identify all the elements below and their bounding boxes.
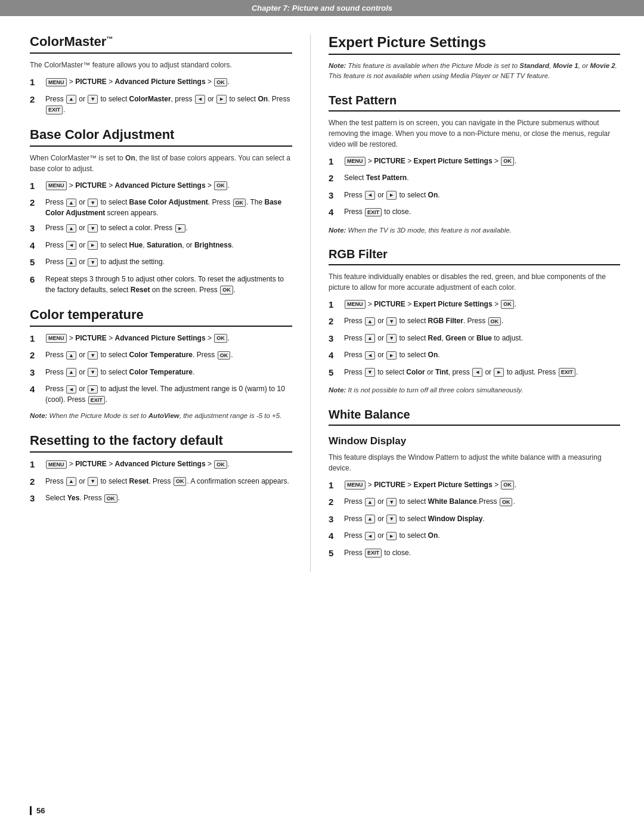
exit-key: EXIT — [365, 549, 382, 558]
right-key: ► — [88, 385, 98, 394]
ok-key: OK — [500, 498, 513, 507]
down-key: ▼ — [88, 95, 98, 104]
menu-key: MENU — [345, 481, 366, 490]
up-key: ▲ — [66, 477, 76, 486]
menu-key: MENU — [46, 181, 67, 190]
left-key: ◄ — [66, 241, 76, 250]
expert-settings-section: Expert Picture Settings Note: This featu… — [329, 34, 620, 82]
ok-key: OK — [214, 334, 227, 343]
test-pattern-note: Note: When the TV is 3D mode, this featu… — [329, 225, 620, 236]
factory-reset-step-1: 1 MENU > PICTURE > Advanced Picture Sett… — [30, 459, 292, 472]
down-key: ▼ — [88, 199, 98, 208]
up-key: ▲ — [66, 258, 76, 267]
right-key: ► — [386, 532, 397, 541]
rgb-filter-step-2: 2 Press ▲ or ▼ to select RGB Filter. Pre… — [329, 315, 620, 329]
down-key: ▼ — [88, 351, 98, 360]
ok-key: OK — [501, 157, 514, 166]
ok-key: OK — [220, 286, 233, 295]
factory-reset-title: Resetting to the factory default — [30, 433, 292, 453]
test-pattern-step-2: 2 Select Test Pattern. — [329, 172, 620, 185]
down-key: ▼ — [88, 224, 98, 233]
factory-reset-step-3: 3 Select Yes. Press OK. — [30, 493, 292, 506]
down-key: ▼ — [88, 258, 98, 267]
window-display-subtitle: Window Display — [329, 435, 620, 447]
window-display-step-4: 4 Press ◄ or ► to select On. — [329, 530, 620, 543]
right-key: ► — [88, 241, 98, 250]
ok-key: OK — [501, 481, 514, 490]
test-pattern-steps: 1 MENU > PICTURE > Expert Picture Settin… — [329, 156, 620, 219]
left-key: ◄ — [365, 191, 375, 200]
expert-settings-title: Expert Picture Settings — [329, 34, 620, 55]
exit-key: EXIT — [88, 396, 105, 405]
base-color-desc: When ColorMaster™ is set to On, the list… — [30, 153, 292, 174]
test-pattern-desc: When the test pattern is on screen, you … — [329, 117, 620, 150]
up-key: ▲ — [365, 317, 375, 326]
window-display-step-1: 1 MENU > PICTURE > Expert Picture Settin… — [329, 479, 620, 493]
ok-key: OK — [214, 78, 227, 87]
up-key: ▲ — [365, 515, 375, 524]
base-color-step-6: 6 Repeat steps 3 through 5 to adjust oth… — [30, 274, 292, 295]
down-key: ▼ — [386, 498, 397, 507]
ok-key: OK — [218, 351, 231, 360]
colormaster-title: ColorMaster™ — [30, 34, 292, 54]
chapter-title: Chapter 7: Picture and sound controls — [252, 4, 392, 13]
exit-key: EXIT — [365, 208, 382, 217]
color-temp-note: Note: When the Picture Mode is set to Au… — [30, 411, 292, 421]
base-color-title: Base Color Adjustment — [30, 127, 292, 147]
rgb-filter-step-3: 3 Press ▲ or ▼ to select Red, Green or B… — [329, 333, 620, 346]
color-temp-step-1: 1 MENU > PICTURE > Advanced Picture Sett… — [30, 333, 292, 346]
up-key: ▲ — [66, 368, 76, 377]
colormaster-step-1: 1 MENU > PICTURE > Advanced Picture Sett… — [30, 76, 292, 89]
ok-key: OK — [501, 300, 514, 309]
white-balance-title: White Balance — [329, 408, 620, 426]
test-pattern-step-3: 3 Press ◄ or ► to select On. — [329, 190, 620, 203]
right-column: Expert Picture Settings Note: This featu… — [310, 34, 620, 572]
down-key: ▼ — [386, 317, 397, 326]
rgb-filter-section: RGB Filter This feature individually ena… — [329, 247, 620, 396]
color-temp-title: Color temperature — [30, 307, 292, 327]
left-key: ◄ — [365, 532, 375, 541]
window-display-subsection: Window Display This feature displays the… — [329, 435, 620, 561]
color-temp-step-3: 3 Press ▲ or ▼ to select Color Temperatu… — [30, 367, 292, 380]
rgb-filter-note: Note: It is not possible to turn off all… — [329, 385, 620, 395]
color-temp-steps: 1 MENU > PICTURE > Advanced Picture Sett… — [30, 333, 292, 405]
base-color-step-2: 2 Press ▲ or ▼ to select Base Color Adju… — [30, 197, 292, 218]
rgb-filter-desc: This feature individually enables or dis… — [329, 271, 620, 293]
base-color-step-1: 1 MENU > PICTURE > Advanced Picture Sett… — [30, 180, 292, 193]
right-key: ► — [494, 368, 504, 377]
window-display-step-5: 5 Press EXIT to close. — [329, 547, 620, 561]
down-key: ▼ — [88, 477, 98, 486]
base-color-steps: 1 MENU > PICTURE > Advanced Picture Sett… — [30, 180, 292, 295]
ok-key: OK — [104, 494, 117, 503]
menu-key: MENU — [46, 460, 67, 469]
base-color-step-5: 5 Press ▲ or ▼ to adjust the setting. — [30, 256, 292, 270]
menu-key: MENU — [345, 157, 366, 166]
left-key: ◄ — [195, 95, 205, 104]
color-temp-step-4: 4 Press ◄ or ► to adjust the level. The … — [30, 383, 292, 405]
right-key: ► — [386, 351, 397, 360]
factory-reset-step-2: 2 Press ▲ or ▼ to select Reset. Press OK… — [30, 476, 292, 489]
left-column: ColorMaster™ The ColorMaster™ feature al… — [30, 34, 292, 572]
up-key: ▲ — [66, 351, 76, 360]
rgb-filter-steps: 1 MENU > PICTURE > Expert Picture Settin… — [329, 299, 620, 380]
content-area: ColorMaster™ The ColorMaster™ feature al… — [0, 16, 644, 590]
up-key: ▲ — [365, 334, 375, 343]
rgb-filter-step-1: 1 MENU > PICTURE > Expert Picture Settin… — [329, 299, 620, 312]
menu-key: MENU — [46, 334, 67, 343]
page: Chapter 7: Picture and sound controls Co… — [0, 0, 644, 833]
left-key: ◄ — [365, 351, 375, 360]
up-key: ▲ — [66, 95, 76, 104]
expert-settings-note: Note: This feature is available when the… — [329, 61, 620, 82]
test-pattern-title: Test Pattern — [329, 94, 620, 112]
right-key: ► — [386, 191, 397, 200]
left-key: ◄ — [472, 368, 482, 377]
ok-key: OK — [488, 317, 501, 326]
exit-key: EXIT — [559, 368, 575, 377]
factory-reset-section: Resetting to the factory default 1 MENU … — [30, 433, 292, 506]
down-key: ▼ — [88, 368, 98, 377]
right-key: ► — [216, 95, 227, 104]
base-color-step-4: 4 Press ◄ or ► to select Hue, Saturation… — [30, 240, 292, 253]
rgb-filter-step-5: 5 Press ▼ to select Color or Tint, press… — [329, 367, 620, 380]
menu-key: MENU — [46, 78, 67, 87]
ok-key: OK — [233, 199, 246, 208]
